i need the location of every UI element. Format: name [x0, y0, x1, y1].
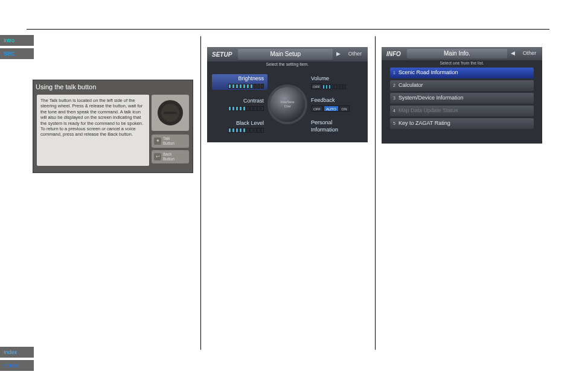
info-row-3[interactable]: 3System/Device Information — [390, 93, 534, 104]
setup-item-feedback[interactable]: FeedbackOFFAUTOON — [307, 96, 363, 113]
setup-tab-main[interactable]: Main Setup — [238, 49, 333, 60]
info-row-2[interactable]: 2Calculator — [390, 80, 534, 91]
row-number: 3 — [390, 95, 398, 101]
row-label: Map Data Update Status — [398, 107, 458, 115]
row-label: Calculator — [398, 82, 423, 89]
row-label: Key to ZAGAT Rating — [398, 120, 450, 127]
setup-item-label: Contrast — [216, 98, 264, 105]
row-label: Scenic Road Information — [398, 69, 458, 77]
setup-item-brightness[interactable]: Brightness — [212, 74, 267, 90]
setup-item-contrast[interactable]: Contrast — [212, 96, 267, 112]
volume-bar: OFF — [311, 83, 359, 89]
column-1: Using the talk button The Talk button is… — [27, 36, 200, 350]
row-label: System/Device Information — [398, 95, 464, 102]
info-header: INFO Main Info. ◀ Other — [382, 47, 542, 60]
chevron-left-icon[interactable]: ◀ — [508, 50, 517, 57]
talk-icon: ✦ — [154, 138, 161, 145]
info-row-1[interactable]: 1Scenic Road Information — [390, 68, 534, 78]
level-bars — [216, 128, 264, 133]
feedback-toggle: OFFAUTOON — [311, 106, 359, 112]
setup-item-black-level[interactable]: Black Level — [212, 119, 267, 134]
info-tab-other[interactable]: Other — [517, 50, 542, 57]
back-icon: ↩ — [154, 153, 161, 160]
setup-item-label: Brightness — [216, 75, 264, 83]
info-subtitle: Select one from the list. — [382, 60, 542, 66]
steering-wheel-graphic — [152, 95, 189, 131]
chevron-right-icon[interactable]: ▶ — [334, 51, 342, 58]
info-screenshot: INFO Main Info. ◀ Other Select one from … — [382, 47, 542, 144]
setup-subtitle: Select the setting item. — [207, 62, 368, 67]
dial-label: Interface Dial — [280, 100, 294, 108]
info-label: INFO — [382, 50, 406, 58]
talk-title: Using the talk button — [36, 83, 96, 91]
setup-header: SETUP Main Setup ▶ Other — [207, 47, 368, 62]
column-2: SETUP Main Setup ▶ Other Select the sett… — [200, 36, 375, 350]
nav-home[interactable]: Home — [0, 360, 34, 371]
setup-screenshot: SETUP Main Setup ▶ Other Select the sett… — [207, 47, 368, 142]
info-tab-main[interactable]: Main Info. — [407, 49, 507, 58]
talk-screenshot: Using the talk button The Talk button is… — [33, 80, 193, 173]
row-number: 2 — [390, 83, 398, 88]
info-row-5[interactable]: 5Key to ZAGAT Rating — [390, 118, 534, 129]
setup-label: SETUP — [207, 51, 237, 58]
setup-tab-other[interactable]: Other — [342, 51, 368, 58]
talk-button-label: Talk Button — [163, 136, 174, 147]
side-nav-bottom: Index Home — [0, 347, 34, 373]
back-button-graphic: ↩ Back Button — [152, 150, 189, 163]
talk-body-text: The Talk button is located on the left s… — [37, 95, 149, 166]
row-number: 4 — [390, 108, 398, 113]
back-button-label: Back Button — [163, 152, 174, 162]
column-3: INFO Main Info. ◀ Other Select one from … — [375, 36, 549, 350]
row-number: 1 — [390, 70, 398, 75]
top-rule — [27, 29, 549, 30]
row-number: 5 — [390, 121, 398, 126]
setup-item-label: Feedback — [311, 97, 359, 104]
setup-item-label: Personal Information — [311, 119, 359, 133]
level-bars — [216, 106, 264, 111]
level-bars — [216, 84, 264, 89]
setup-item-volume[interactable]: VolumeOFF — [307, 74, 363, 91]
setup-item-label: Volume — [311, 75, 359, 83]
info-row-4: 4Map Data Update Status — [390, 106, 534, 116]
talk-button-graphic: ✦ Talk Button — [152, 134, 189, 148]
setup-item-label: Black Level — [216, 120, 264, 127]
setup-item-personal-information[interactable]: Personal Information — [307, 118, 363, 134]
